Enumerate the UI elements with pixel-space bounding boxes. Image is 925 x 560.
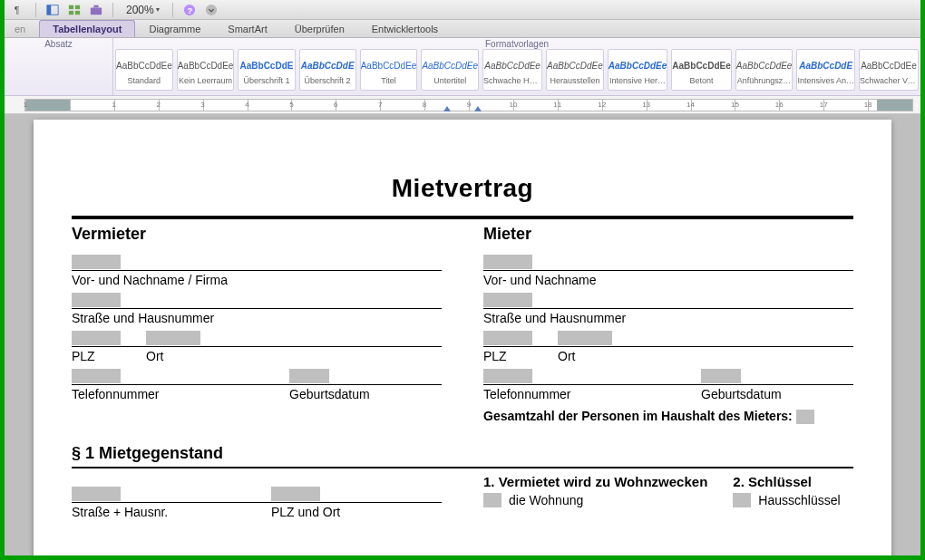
placeholder-box: [701, 369, 741, 383]
quick-access-toolbar: ¶ 200% ?: [5, 0, 920, 20]
field-label: Ort: [146, 349, 163, 363]
sub-line: die Wohnung: [483, 493, 707, 507]
placeholder-box: [72, 255, 121, 269]
form-line: TelefonnummerGeburtsdatum: [483, 363, 853, 401]
placeholder-box: [483, 293, 532, 307]
style-schwacher-ve-[interactable]: AaBbCcDdEeSchwacher Ve…: [859, 49, 919, 91]
form-line: PLZOrt: [483, 325, 853, 363]
field-label: PLZ: [72, 349, 95, 363]
placeholder-box: [483, 493, 501, 507]
style-kein-leerraum[interactable]: AaBbCcDdEeKein Leerraum: [177, 49, 235, 91]
placeholder-box: [483, 369, 532, 383]
svg-text:¶: ¶: [15, 4, 20, 14]
placeholder-box: [796, 410, 814, 424]
rule: [72, 216, 853, 219]
separator: [112, 3, 113, 17]
field-label: Telefonnummer: [72, 387, 160, 401]
style-herausstellen[interactable]: AaBbCcDdEeHerausstellen: [546, 49, 604, 91]
field-label: PLZ: [483, 349, 507, 363]
field-label: Geburtsdatum: [289, 387, 370, 401]
style-sample: AaBbCcDdEe: [116, 54, 172, 76]
style-intensives-an-[interactable]: AaBbCcDdEIntensives An…: [796, 49, 855, 91]
section1-subcol: 1. Vermietet wird zu Wohnzweckendie Wohn…: [483, 474, 707, 507]
field-label: Geburtsdatum: [701, 387, 782, 401]
document-body: Mietvertrag Vermieter Vor- und Nachname …: [72, 174, 853, 519]
style-name: Betont: [689, 76, 713, 85]
placeholder-box: [72, 331, 121, 345]
separator: [172, 3, 173, 17]
form-line: Straße und Hausnummer: [483, 287, 853, 325]
field-label: Ort: [558, 349, 575, 363]
sub-heading: 2. Schlüssel: [733, 474, 853, 489]
col-vermieter: Vermieter Vor- und Nachname / FirmaStraß…: [72, 225, 442, 424]
style-sample: AaBbCcDdE: [300, 54, 355, 76]
help-icon[interactable]: ?: [182, 3, 197, 17]
tab-entwicklertools[interactable]: Entwicklertools: [358, 20, 452, 37]
style--berschrift-1[interactable]: AaBbCcDdEÜberschrift 1: [238, 49, 295, 91]
group-label: Formatvorlagen: [113, 39, 920, 49]
placeholder-box: [483, 331, 532, 345]
style-schwache-her-[interactable]: AaBbCcDdEeSchwache Her…: [482, 49, 542, 91]
svg-point-11: [206, 4, 217, 14]
svg-rect-6: [75, 10, 80, 14]
style-name: Kein Leerraum: [179, 76, 232, 85]
field-label: Vor- und Nachname / Firma: [72, 273, 228, 287]
tab-überprüfen[interactable]: Überprüfen: [281, 20, 358, 37]
placeholder-box: [72, 293, 121, 307]
ribbon-group-styles: Formatvorlagen AaBbCcDdEeStandardAaBbCcD…: [113, 38, 920, 95]
svg-rect-3: [69, 5, 73, 8]
style-anf-hrungsz-[interactable]: AaBbCcDdEeAnführungsz…: [735, 49, 794, 91]
tab-tabellenlayout[interactable]: Tabellenlayout: [39, 20, 135, 37]
placeholder-box: [72, 369, 121, 383]
style-name: Anführungsz…: [737, 76, 792, 85]
style-standard[interactable]: AaBbCcDdEeStandard: [115, 49, 173, 91]
style-titel[interactable]: AaBbCcDdEeTitel: [360, 49, 418, 91]
style-sample: AaBbCcDdE: [239, 54, 294, 76]
style-name: Intensives An…: [797, 76, 854, 85]
style-untertitel[interactable]: AaBbCcDdEeUntertitel: [421, 49, 479, 91]
svg-rect-2: [47, 5, 51, 14]
toolbox-icon[interactable]: [89, 3, 103, 17]
placeholder-box: [558, 331, 612, 345]
sub-heading: 1. Vermietet wird zu Wohnzwecken: [483, 474, 707, 489]
ruler-tab-stop[interactable]: [443, 106, 451, 111]
paragraph-marks-icon[interactable]: ¶: [12, 3, 26, 17]
style-sample: AaBbCcDdEe: [178, 54, 234, 76]
style-name: Titel: [381, 76, 396, 85]
field-label: PLZ und Ort: [271, 505, 340, 519]
svg-rect-5: [69, 10, 73, 14]
sidebar-toggle-icon[interactable]: [45, 3, 60, 17]
horizontal-ruler[interactable]: 1123456789101112131415161718: [24, 99, 913, 111]
sub-line: Hausschlüssel: [733, 493, 853, 507]
settings-arrow-icon[interactable]: [204, 3, 219, 17]
style--berschrift-2[interactable]: AaBbCcDdEÜberschrift 2: [299, 49, 356, 91]
gallery-icon[interactable]: [67, 3, 82, 17]
style-name: Überschrift 2: [305, 76, 351, 85]
style-name: Schwache Her…: [483, 76, 541, 85]
zoom-dropdown[interactable]: 200%: [122, 4, 163, 16]
page[interactable]: Mietvertrag Vermieter Vor- und Nachname …: [34, 120, 891, 555]
household-note: Gesamtzahl der Personen im Haushalt des …: [483, 409, 853, 424]
placeholder-box: [483, 255, 532, 269]
style-name: Untertitel: [433, 76, 466, 85]
section1-body: Straße + Hausnr.PLZ und Ort 1. Vermietet…: [72, 474, 853, 519]
rows-left: Vor- und Nachname / FirmaStraße und Haus…: [72, 249, 442, 401]
style-intensive-her-[interactable]: AaBbCcDdEeIntensive Her…: [608, 49, 667, 91]
placeholder-box: [72, 487, 121, 501]
field-label: Straße + Hausnr.: [72, 505, 168, 519]
ruler-tab-stop[interactable]: [474, 106, 482, 111]
svg-rect-7: [91, 7, 102, 14]
tab-partial[interactable]: en: [8, 20, 39, 37]
style-sample: AaBbCcDdEe: [609, 54, 667, 76]
style-betont[interactable]: AaBbCcDdEeBetont: [671, 49, 731, 91]
style-name: Intensive Her…: [609, 76, 666, 85]
style-sample: AaBbCcDdEe: [736, 54, 793, 76]
style-sample: AaBbCcDdEe: [672, 54, 730, 76]
tab-diagramme[interactable]: Diagramme: [135, 20, 214, 37]
document-canvas: Mietvertrag Vermieter Vor- und Nachname …: [5, 114, 920, 555]
col-heading: Mieter: [483, 225, 853, 244]
col-heading: Vermieter: [72, 225, 442, 244]
ribbon-group-paragraph: Absatz: [5, 38, 113, 95]
col-mieter: Mieter Vor- und NachnameStraße und Hausn…: [483, 225, 853, 424]
tab-smartart[interactable]: SmartArt: [214, 20, 280, 37]
